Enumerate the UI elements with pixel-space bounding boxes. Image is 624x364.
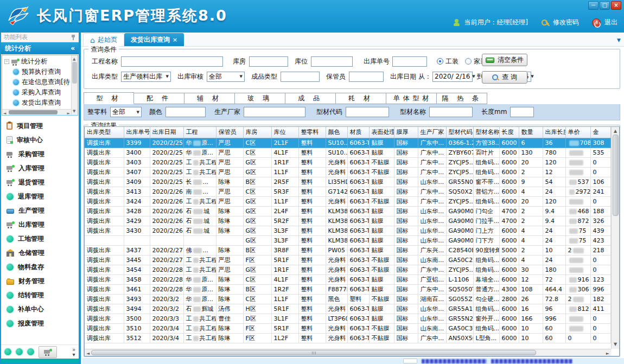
whole-part-select[interactable]: 全部▼: [110, 107, 142, 117]
module-dot-icon[interactable]: [4, 348, 11, 355]
material-tab-玻璃[interactable]: 玻 璃: [235, 93, 285, 104]
tab-shipment-query[interactable]: 发货出库查询 ×: [124, 33, 184, 46]
maker-input[interactable]: [244, 107, 305, 117]
close-button[interactable]: ×: [611, 1, 621, 10]
table-horizontal-scrollbar[interactable]: ◄ ►: [85, 349, 611, 356]
sidebar-item-入库管理[interactable]: 入库管理: [1, 161, 79, 175]
module-dot-icon[interactable]: [27, 348, 34, 355]
color-input[interactable]: [165, 107, 206, 117]
column-header-表面处理[interactable]: 表面处理: [369, 127, 394, 138]
column-header-数量[interactable]: 数量: [519, 127, 543, 138]
table-row[interactable]: 调拨出库34542020/2/28工共工程严思G区1R1F整料光身料6063-T…: [85, 265, 610, 274]
order-no-input[interactable]: [392, 56, 427, 67]
code-input[interactable]: [346, 107, 389, 117]
table-row[interactable]: 调拨出库34002020/2/25华原...严思C区4L1F整料SU10...6…: [85, 148, 610, 157]
location-input[interactable]: [311, 56, 353, 67]
table-row[interactable]: 调拨出库34582020/2/28华原...陈琳C区4L1F整料光身料6063-…: [85, 274, 610, 284]
table-row[interactable]: 调拨出库34132020/2/26南...严思C区5R3F整料G71422606…: [85, 187, 610, 196]
tree-item[interactable]: 采购入库查询: [4, 87, 70, 98]
radio-work-install[interactable]: [437, 58, 443, 65]
column-header-金[interactable]: 金: [590, 127, 610, 138]
table-row[interactable]: 调拨出库34292020/2/26石城陈琳G区5R2F整料KLM38176063…: [85, 216, 610, 226]
product-type-input[interactable]: [281, 72, 320, 82]
keeper-input[interactable]: [349, 72, 384, 82]
section-header[interactable]: 统计分析 «: [1, 42, 79, 54]
table-row[interactable]: 调拨出库35002020/3/3工共工程曹佳D区3L1F整料LT3P606063…: [85, 314, 610, 323]
audit-select[interactable]: 全部▼: [207, 72, 245, 82]
table-row[interactable]: 调拨出库34452020/2/27工共工程严思F区5R1F整料光身料6063-T…: [85, 255, 610, 265]
sidebar-item-审核中心[interactable]: 审核中心: [1, 133, 79, 147]
sidebar-item-报废管理[interactable]: 报废管理: [1, 316, 79, 330]
column-header-整零料[interactable]: 整零料: [298, 127, 326, 138]
table-row[interactable]: 调拨出库34372020/2/27佛...陈琳B区3R8F整料PW056063-…: [85, 245, 610, 255]
column-header-型材代码[interactable]: 型材代码: [446, 127, 473, 138]
clear-conditions-button[interactable]: 清空条件: [482, 54, 527, 66]
column-header-出库日期[interactable]: 出库日期: [150, 127, 183, 138]
column-header-工程[interactable]: 工程: [183, 127, 216, 138]
length-input[interactable]: [510, 107, 534, 117]
sidebar-item-出库管理[interactable]: 出库管理: [1, 218, 79, 232]
material-tab-辅材[interactable]: 辅 材: [184, 93, 235, 104]
table-row[interactable]: 调拨出库35122020/3/4工共工程陈琳F区1L2F整料光身料6063-T5…: [85, 333, 610, 343]
table-row[interactable]: 调拨出库34612020/2/28华原...陈琳B区1R2F整料F8877FT6…: [85, 284, 610, 294]
sidebar-item-生产管理[interactable]: 生产管理: [1, 203, 79, 218]
table-row[interactable]: 调拨出库35102020/3/4工共工程陈琳F区5R1F整料光身料6063-T5…: [85, 323, 610, 333]
cart-module-button[interactable]: [39, 346, 57, 358]
tree-item[interactable]: 预算执行查询: [4, 67, 70, 77]
column-header-生产厂家[interactable]: 生产厂家: [418, 127, 446, 138]
sidebar-item-退库管理[interactable]: 退库管理: [1, 189, 79, 203]
column-header-出库类型[interactable]: 出库类型: [85, 127, 124, 138]
tree-root-statistics[interactable]: − 统计分析: [4, 56, 70, 67]
column-header-膜厚[interactable]: 膜厚: [394, 127, 418, 138]
table-row[interactable]: G区3L3F整料KLM38176063-T5贴膜国标山东华...GA90M09.…: [85, 235, 610, 245]
radio-work-label[interactable]: 工装: [445, 57, 459, 66]
table-row[interactable]: 调拨出库34942020/3/2石辉城汤伟H区5R1F整料光身料6063-T5贴…: [85, 304, 610, 314]
column-header-单价[interactable]: 单价: [565, 127, 590, 138]
column-header-颜色[interactable]: 颜色: [326, 127, 347, 138]
material-tab-配件[interactable]: 配 件: [134, 93, 184, 104]
date-from-select[interactable]: 2020/ 2/16▼: [432, 72, 473, 82]
radio-home-install[interactable]: [465, 58, 472, 65]
column-header-出库长度[interactable]: 出库长度: [543, 127, 565, 138]
name-input[interactable]: [429, 107, 473, 117]
tree-item[interactable]: 发货出库查询: [4, 98, 70, 108]
material-tab-单体型材[interactable]: 单 体 型 材: [386, 93, 437, 104]
column-header-保管员[interactable]: 保管员: [216, 127, 243, 138]
minimize-button[interactable]: ─: [588, 1, 598, 10]
sidebar-item-工地管理[interactable]: 工地管理: [1, 232, 79, 246]
table-row[interactable]: 调拨出库34282020/2/26石城陈琳G区2L4F整料KLM38176063…: [85, 206, 610, 216]
column-header-出库单号[interactable]: 出库单号: [124, 127, 150, 138]
outbound-type-select[interactable]: 生产领料出库▼: [121, 72, 171, 82]
tab-home[interactable]: ⌂ 起始页: [83, 33, 124, 46]
column-header-材质[interactable]: 材质: [347, 127, 369, 138]
table-row[interactable]: 调拨出库34932020/3/2华原...陈琳C区1L1F整料黑色塑料不贴膜国标…: [85, 294, 610, 304]
project-name-input[interactable]: [121, 56, 223, 67]
table-row[interactable]: 调拨出库34092020/2/25长...陈琳B区2R5F整料LI35HD606…: [85, 177, 610, 187]
sidebar-item-补单中心[interactable]: 补单中心: [1, 302, 79, 316]
sidebar-item-项目管理[interactable]: 项目管理: [1, 119, 79, 133]
module-dot-icon[interactable]: [16, 348, 23, 355]
sidebar-item-退货管理[interactable]: 退货管理: [1, 175, 79, 189]
table-row[interactable]: 调拨出库34242020/2/26工共工程严思G区1L1F整料光身料6063-T…: [85, 196, 610, 206]
collapse-icon[interactable]: «: [71, 44, 75, 52]
tree-horizontal-scrollbar[interactable]: ◄ ►: [2, 109, 71, 115]
logout-link[interactable]: 退出: [604, 18, 617, 27]
expander-icon[interactable]: −: [4, 59, 9, 64]
material-tab-隔热条[interactable]: 隔 热 条: [437, 93, 487, 104]
column-header-库房[interactable]: 库房: [243, 127, 271, 138]
table-row[interactable]: 调拨出库34032020/2/25工共工程严思G区1R1F整料光身料6063-T…: [85, 157, 610, 167]
pin-icon[interactable]: [71, 34, 76, 41]
sidebar-item-物料盘存[interactable]: 物料盘存: [1, 260, 79, 274]
material-tab-型材[interactable]: 型 材: [84, 92, 134, 104]
table-row[interactable]: 调拨出库34072020/2/25工共工程严思G区1L1F整料光身料6063-T…: [85, 167, 610, 177]
table-vertical-scrollbar[interactable]: ▲ ▼: [611, 127, 619, 349]
material-tab-成品[interactable]: 成 品: [285, 93, 336, 104]
column-header-库位[interactable]: 库位: [271, 127, 298, 138]
tab-list-dropdown-icon[interactable]: ▼: [617, 37, 621, 43]
column-header-长度[interactable]: 长度: [499, 127, 519, 138]
tab-close-icon[interactable]: ×: [173, 36, 177, 43]
more-modules-button[interactable]: »▾: [72, 347, 75, 357]
material-tab-耗材[interactable]: 耗 材: [336, 93, 386, 104]
sidebar-item-结转管理[interactable]: 结转管理: [1, 288, 79, 302]
tree-vertical-scrollbar[interactable]: ▲ ▼: [71, 55, 78, 115]
